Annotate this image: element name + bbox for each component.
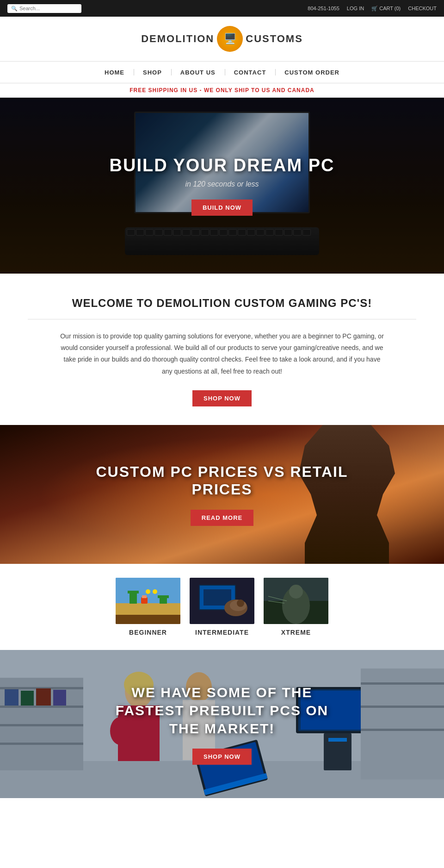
shop-now-button-welcome[interactable]: SHOP NOW bbox=[192, 390, 252, 406]
welcome-title: WELCOME TO DEMOLITION CUSTOM GAMING PC'S… bbox=[28, 297, 416, 310]
search-input[interactable] bbox=[19, 6, 80, 11]
shipping-banner: FREE SHIPPING IN US - WE ONLY SHIP TO US… bbox=[0, 83, 444, 98]
category-thumb-intermediate bbox=[190, 578, 254, 624]
svg-point-22 bbox=[289, 585, 303, 599]
login-link[interactable]: LOG IN bbox=[347, 6, 364, 11]
xtreme-image bbox=[264, 578, 328, 624]
svg-point-17 bbox=[237, 599, 244, 607]
hero-title: BUILD YOUR DREAM PC bbox=[110, 156, 335, 175]
category-label-xtreme: XTREME bbox=[281, 629, 311, 636]
beginner-image bbox=[116, 578, 180, 624]
phone-number: 804-251-1055 bbox=[308, 6, 339, 11]
logo-icon-symbol: 🖥️ bbox=[224, 33, 236, 45]
nav-item-home[interactable]: HOME bbox=[95, 62, 134, 83]
welcome-text: Our mission is to provide top quality ga… bbox=[60, 331, 384, 377]
intermediate-svg bbox=[190, 578, 254, 624]
svg-point-7 bbox=[146, 589, 150, 594]
nav-link-about[interactable]: ABOUT US bbox=[180, 69, 216, 76]
shop-now-button-fastest[interactable]: SHOP NOW bbox=[192, 749, 252, 765]
nav-item-shop[interactable]: SHOP bbox=[134, 62, 171, 83]
fastest-pcs-banner: WE HAVE SOME OF THE FASTEST PREBUILT PCS… bbox=[0, 650, 444, 798]
logo-container: DEMOLITION 🖥️ CUSTOMS bbox=[141, 26, 303, 52]
svg-rect-10 bbox=[142, 595, 147, 598]
category-label-intermediate: INTERMEDIATE bbox=[195, 629, 249, 636]
category-beginner[interactable]: BEGINNER bbox=[116, 578, 180, 636]
logo-area: DEMOLITION 🖥️ CUSTOMS bbox=[0, 17, 444, 61]
category-intermediate[interactable]: INTERMEDIATE bbox=[190, 578, 254, 636]
cart-icon: 🛒 bbox=[371, 6, 378, 11]
hero-subtitle: in 120 seconds or less bbox=[185, 180, 259, 188]
build-now-button[interactable]: BUILD NOW bbox=[191, 200, 253, 216]
checkout-link[interactable]: CHECKOUT bbox=[408, 6, 437, 11]
nav-item-custom-order[interactable]: CUSTOM ORDER bbox=[275, 62, 349, 83]
cart-count: (0) bbox=[395, 6, 401, 11]
category-thumb-beginner bbox=[116, 578, 180, 624]
shipping-text: FREE SHIPPING IN US - WE ONLY SHIP TO US… bbox=[130, 87, 314, 94]
nav-link-home[interactable]: HOME bbox=[105, 69, 124, 76]
svg-point-8 bbox=[153, 589, 157, 594]
welcome-section: WELCOME TO DEMOLITION CUSTOM GAMING PC'S… bbox=[0, 274, 444, 425]
hero-content: BUILD YOUR DREAM PC in 120 seconds or le… bbox=[0, 98, 444, 274]
nav-link-contact[interactable]: CONTACT bbox=[234, 69, 266, 76]
top-bar: 🔍 804-251-1055 LOG IN 🛒 CART (0) CHECKOU… bbox=[0, 0, 444, 17]
custom-pc-banner: CUSTOM PC PRICES VS RETAILPRICES READ MO… bbox=[0, 425, 444, 564]
fastest-title: WE HAVE SOME OF THE FASTEST PREBUILT PCS… bbox=[106, 683, 338, 737]
fastest-content: WE HAVE SOME OF THE FASTEST PREBUILT PCS… bbox=[0, 650, 444, 798]
search-box[interactable]: 🔍 bbox=[7, 4, 81, 13]
read-more-button[interactable]: READ MORE bbox=[191, 510, 253, 526]
nav-link-shop[interactable]: SHOP bbox=[143, 69, 162, 76]
main-nav: HOME SHOP ABOUT US CONTACT CUSTOM ORDER bbox=[0, 61, 444, 83]
nav-link-custom-order[interactable]: CUSTOM ORDER bbox=[284, 69, 339, 76]
logo-icon: 🖥️ bbox=[217, 26, 243, 52]
hero-section: BUILD YOUR DREAM PC in 120 seconds or le… bbox=[0, 98, 444, 274]
category-xtreme[interactable]: XTREME bbox=[264, 578, 328, 636]
logo-text-right: CUSTOMS bbox=[246, 33, 303, 45]
category-label-beginner: BEGINNER bbox=[129, 629, 167, 636]
cart-link[interactable]: 🛒 CART (0) bbox=[371, 6, 401, 12]
beginner-svg bbox=[116, 578, 180, 624]
xtreme-svg bbox=[264, 578, 328, 624]
search-icon: 🔍 bbox=[11, 6, 18, 12]
welcome-divider bbox=[28, 319, 416, 319]
top-bar-right: 804-251-1055 LOG IN 🛒 CART (0) CHECKOUT bbox=[308, 6, 437, 12]
svg-rect-2 bbox=[116, 615, 180, 624]
custom-pc-content: CUSTOM PC PRICES VS RETAILPRICES READ MO… bbox=[0, 425, 444, 564]
svg-rect-9 bbox=[141, 597, 148, 604]
svg-rect-4 bbox=[128, 591, 139, 593]
cart-label: CART bbox=[379, 6, 393, 11]
logo-text-left: DEMOLITION bbox=[141, 33, 214, 45]
custom-pc-title: CUSTOM PC PRICES VS RETAILPRICES bbox=[96, 463, 348, 499]
svg-rect-6 bbox=[158, 595, 169, 598]
nav-menu: HOME SHOP ABOUT US CONTACT CUSTOM ORDER bbox=[95, 62, 349, 83]
svg-rect-1 bbox=[116, 603, 180, 615]
intermediate-image bbox=[190, 578, 254, 624]
pc-categories: BEGINNER INTERMEDIATE bbox=[0, 564, 444, 650]
nav-item-contact[interactable]: CONTACT bbox=[225, 62, 276, 83]
category-thumb-xtreme bbox=[264, 578, 328, 624]
nav-item-about[interactable]: ABOUT US bbox=[171, 62, 225, 83]
